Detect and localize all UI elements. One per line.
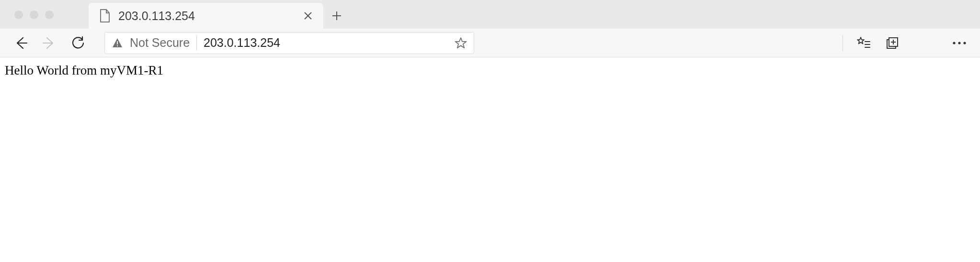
window-minimize-button[interactable]: [30, 11, 38, 19]
window-zoom-button[interactable]: [45, 11, 54, 19]
refresh-button[interactable]: [66, 31, 90, 55]
forward-button[interactable]: [37, 31, 61, 55]
window-close-button[interactable]: [14, 11, 23, 19]
browser-tab[interactable]: 203.0.113.254: [89, 3, 323, 29]
page-content: Hello World from myVM1-R1: [0, 57, 980, 84]
not-secure-icon: [112, 37, 123, 49]
tab-title: 203.0.113.254: [118, 9, 294, 23]
address-bar-divider: [196, 36, 197, 50]
favorite-button[interactable]: [455, 37, 467, 49]
svg-rect-0: [117, 41, 118, 44]
svg-point-5: [963, 42, 966, 44]
favorites-list-button[interactable]: [852, 31, 876, 55]
window-controls: [14, 11, 54, 19]
collections-button[interactable]: [880, 31, 904, 55]
page-body-text: Hello World from myVM1-R1: [5, 63, 163, 77]
svg-point-4: [958, 42, 960, 44]
tab-strip: 203.0.113.254: [0, 0, 980, 29]
toolbar: Not Secure 203.0.113.254: [0, 29, 980, 57]
close-tab-button[interactable]: [301, 9, 315, 22]
svg-rect-1: [117, 45, 118, 46]
page-icon: [99, 9, 111, 22]
url-text: 203.0.113.254: [204, 36, 447, 50]
new-tab-button[interactable]: [323, 3, 350, 29]
address-bar[interactable]: Not Secure 203.0.113.254: [104, 32, 474, 54]
svg-point-3: [953, 42, 955, 44]
security-status-label: Not Secure: [130, 36, 190, 50]
back-button[interactable]: [9, 31, 33, 55]
settings-menu-button[interactable]: [947, 31, 971, 55]
toolbar-separator: [843, 35, 843, 51]
